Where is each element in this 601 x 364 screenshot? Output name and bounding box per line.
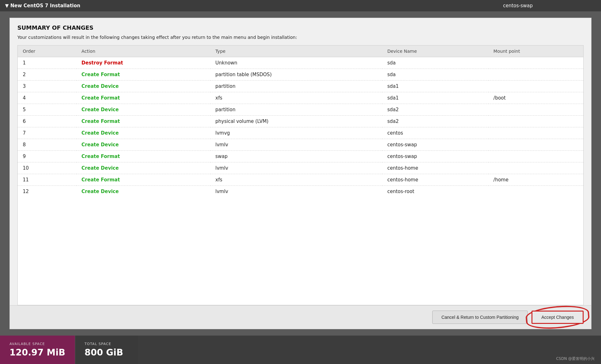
cell-type: partition [210, 104, 382, 116]
cell-order: 5 [18, 104, 76, 116]
cell-mount [489, 127, 583, 139]
cell-action: Create Device [76, 139, 210, 151]
table-row: 3Create Devicepartitionsda1 [18, 81, 583, 92]
cell-device: centos-swap [382, 139, 489, 151]
cell-mount [489, 57, 583, 69]
window-title: ▼ New CentOS 7 Installation [5, 3, 80, 9]
cell-action: Create Format [76, 151, 210, 162]
cell-type: swap [210, 151, 382, 162]
cell-action: Create Device [76, 186, 210, 197]
table-row: 2Create Formatpartition table (MSDOS)sda [18, 69, 583, 81]
cell-device: centos [382, 127, 489, 139]
cell-action: Destroy Format [76, 57, 210, 69]
watermark: CSDN @爱发明的小兴 [556, 336, 601, 364]
cell-action: Create Device [76, 127, 210, 139]
cell-order: 7 [18, 127, 76, 139]
cell-device: centos-swap [382, 151, 489, 162]
buttons-row: Cancel & Return to Custom Partitioning A… [10, 305, 591, 329]
table-row: 5Create Devicepartitionsda2 [18, 104, 583, 116]
table-row: 1Destroy FormatUnknownsda [18, 57, 583, 69]
table-row: 6Create Formatphysical volume (LVM)sda2 [18, 116, 583, 127]
table-header-row: Order Action Type Device Name Mount poin… [18, 46, 583, 57]
cell-type: physical volume (LVM) [210, 116, 382, 127]
accept-changes-button[interactable]: Accept Changes [531, 311, 584, 324]
cell-order: 9 [18, 151, 76, 162]
total-space-value: 800 GiB [85, 347, 129, 358]
cell-mount [489, 186, 583, 197]
cell-device: centos-home [382, 162, 489, 174]
cell-device: sda1 [382, 92, 489, 104]
dialog-description: Your customizations will result in the f… [10, 34, 591, 45]
cancel-button[interactable]: Cancel & Return to Custom Partitioning [432, 311, 528, 324]
cell-device: sda2 [382, 116, 489, 127]
col-header-order: Order [18, 46, 76, 57]
col-header-type: Type [210, 46, 382, 57]
col-header-device: Device Name [382, 46, 489, 57]
cell-type: lvmvg [210, 127, 382, 139]
cell-type: lvmlv [210, 186, 382, 197]
cell-mount [489, 81, 583, 92]
available-space-label: AVAILABLE SPACE [9, 342, 65, 346]
watermark-text: CSDN @爱发明的小兴 [556, 356, 595, 361]
cell-type: xfs [210, 174, 382, 186]
cell-mount [489, 162, 583, 174]
table-row: 7Create Devicelvmvgcentos [18, 127, 583, 139]
changes-table-wrapper: Order Action Type Device Name Mount poin… [17, 45, 584, 305]
total-space-block: TOTAL SPACE 800 GiB [75, 336, 138, 364]
cell-device: sda2 [382, 104, 489, 116]
changes-table: Order Action Type Device Name Mount poin… [18, 46, 583, 197]
cell-order: 12 [18, 186, 76, 197]
cell-order: 4 [18, 92, 76, 104]
table-row: 9Create Formatswapcentos-swap [18, 151, 583, 162]
table-row: 10Create Devicelvmlvcentos-home [18, 162, 583, 174]
cell-action: Create Device [76, 104, 210, 116]
col-header-action: Action [76, 46, 210, 57]
cell-type: partition [210, 81, 382, 92]
cell-type: Unknown [210, 57, 382, 69]
col-header-mount: Mount point [489, 46, 583, 57]
cell-action: Create Device [76, 81, 210, 92]
cell-type: partition table (MSDOS) [210, 69, 382, 81]
total-space-label: TOTAL SPACE [85, 342, 129, 346]
cell-order: 1 [18, 57, 76, 69]
cell-order: 11 [18, 174, 76, 186]
cell-mount: /boot [489, 92, 583, 104]
cell-action: Create Device [76, 162, 210, 174]
cell-order: 2 [18, 69, 76, 81]
cell-action: Create Format [76, 174, 210, 186]
cell-order: 3 [18, 81, 76, 92]
cell-mount [489, 116, 583, 127]
cell-device: centos-root [382, 186, 489, 197]
cell-mount [489, 151, 583, 162]
available-space-value: 120.97 MiB [9, 347, 65, 358]
bottom-bar: AVAILABLE SPACE 120.97 MiB TOTAL SPACE 8… [0, 336, 601, 364]
cell-mount [489, 139, 583, 151]
cell-action: Create Format [76, 116, 210, 127]
table-row: 12Create Devicelvmlvcentos-root [18, 186, 583, 197]
cell-device: sda1 [382, 81, 489, 92]
cell-action: Create Format [76, 92, 210, 104]
available-space-block: AVAILABLE SPACE 120.97 MiB [0, 336, 75, 364]
cell-device: centos-home [382, 174, 489, 186]
table-row: 11Create Formatxfscentos-home/home [18, 174, 583, 186]
summary-dialog: SUMMARY OF CHANGES Your customizations w… [9, 18, 592, 329]
cell-type: lvmlv [210, 139, 382, 151]
cell-mount [489, 104, 583, 116]
top-bar: ▼ New CentOS 7 Installation centos-swap [0, 0, 601, 11]
accept-button-wrapper: Accept Changes [531, 311, 584, 324]
cell-action: Create Format [76, 69, 210, 81]
dialog-title: SUMMARY OF CHANGES [10, 18, 591, 34]
table-row: 4Create Formatxfssda1/boot [18, 92, 583, 104]
window-subtitle: centos-swap [503, 3, 533, 9]
cell-device: sda [382, 57, 489, 69]
table-row: 8Create Devicelvmlvcentos-swap [18, 139, 583, 151]
cell-order: 8 [18, 139, 76, 151]
cell-type: lvmlv [210, 162, 382, 174]
cell-device: sda [382, 69, 489, 81]
cell-type: xfs [210, 92, 382, 104]
cell-mount [489, 69, 583, 81]
cell-order: 10 [18, 162, 76, 174]
cell-order: 6 [18, 116, 76, 127]
cell-mount: /home [489, 174, 583, 186]
